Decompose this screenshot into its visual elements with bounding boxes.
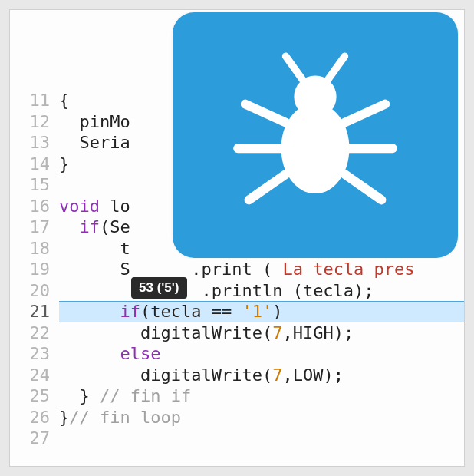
- code-token: La tecla pres: [282, 259, 414, 279]
- code-line[interactable]: else: [59, 343, 464, 365]
- debugger-panel[interactable]: [173, 12, 458, 258]
- line-number[interactable]: 11: [10, 90, 59, 111]
- code-line[interactable]: S .print ( La tecla pres: [59, 259, 464, 280]
- code-token: digitalWrite(: [59, 323, 272, 342]
- code-token: 7: [272, 365, 282, 385]
- line-number[interactable]: 20: [10, 280, 59, 302]
- code-token: (tecla ==: [140, 302, 242, 321]
- code-token: // fin loop: [69, 408, 181, 427]
- bug-icon: [223, 41, 407, 230]
- code-token: if: [80, 217, 100, 236]
- line-number[interactable]: 15: [10, 174, 59, 196]
- line-number[interactable]: 19: [10, 259, 59, 280]
- code-token: digitalWrite(: [59, 365, 272, 385]
- code-token: void: [59, 197, 100, 216]
- code-token: [59, 217, 80, 236]
- line-number[interactable]: 25: [10, 385, 59, 407]
- code-token: pinMo: [59, 112, 130, 131]
- line-number[interactable]: 27: [10, 428, 59, 449]
- code-token: [59, 344, 120, 363]
- line-number[interactable]: 24: [10, 365, 59, 386]
- code-token: ,LOW);: [282, 365, 343, 385]
- code-token: .println (tecla);: [59, 281, 374, 300]
- code-token: S .print (: [59, 259, 282, 279]
- code-token: }: [59, 408, 69, 427]
- code-line[interactable]: if(tecla == '1'): [59, 301, 464, 322]
- debug-value-tooltip: 53 ('5'): [131, 277, 187, 299]
- line-number[interactable]: 17: [10, 217, 59, 238]
- code-token: t: [59, 239, 130, 258]
- code-token: ): [272, 302, 282, 321]
- code-line[interactable]: }// fin loop: [59, 407, 464, 428]
- code-line[interactable]: [59, 428, 464, 449]
- line-number[interactable]: 12: [10, 111, 59, 133]
- code-token: else: [120, 344, 160, 363]
- svg-line-9: [344, 174, 381, 200]
- code-token: {: [59, 91, 69, 110]
- code-token: ,HIGH);: [282, 323, 354, 342]
- code-token: '1': [242, 302, 272, 321]
- code-token: 7: [272, 323, 282, 342]
- code-editor[interactable]: 1112131415161718192021222324252627 { pin…: [9, 9, 465, 467]
- svg-line-4: [245, 104, 286, 122]
- svg-line-6: [249, 174, 286, 200]
- svg-line-2: [286, 56, 304, 82]
- svg-line-7: [344, 104, 385, 122]
- svg-line-3: [326, 56, 344, 82]
- line-number[interactable]: 22: [10, 322, 59, 344]
- code-token: (Se: [100, 217, 130, 236]
- code-token: lo: [100, 197, 130, 216]
- line-number[interactable]: 21: [10, 301, 59, 322]
- code-token: Seria: [59, 133, 130, 152]
- line-number[interactable]: 18: [10, 238, 59, 259]
- line-number[interactable]: 16: [10, 196, 59, 217]
- code-line[interactable]: digitalWrite(7,LOW);: [59, 365, 464, 386]
- code-line[interactable]: digitalWrite(7,HIGH);: [59, 322, 464, 344]
- code-line[interactable]: .println (tecla);: [59, 280, 464, 302]
- code-token: }: [59, 386, 100, 405]
- code-token: [59, 302, 120, 321]
- line-number[interactable]: 13: [10, 132, 59, 154]
- line-number-gutter[interactable]: 1112131415161718192021222324252627: [10, 10, 59, 466]
- code-token: if: [120, 302, 140, 321]
- code-token: }: [59, 154, 69, 174]
- line-number[interactable]: 26: [10, 407, 59, 428]
- line-number[interactable]: 23: [10, 343, 59, 365]
- code-token: // fin if: [100, 386, 191, 405]
- code-line[interactable]: } // fin if: [59, 385, 464, 407]
- line-number[interactable]: 14: [10, 154, 59, 175]
